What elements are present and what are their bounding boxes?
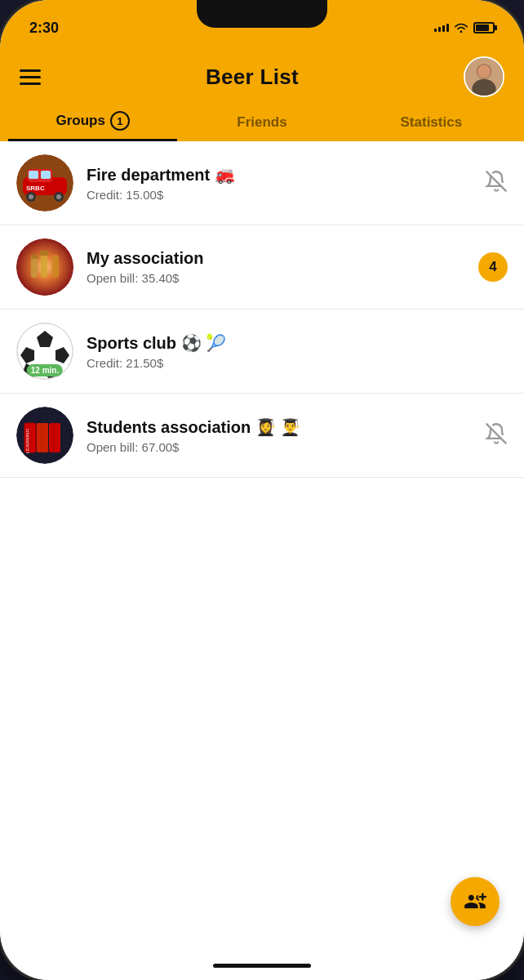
add-user-icon [464,890,486,913]
menu-button[interactable] [20,69,41,85]
add-group-fab[interactable] [451,877,500,926]
group-avatar-fire: SRBC [16,154,73,212]
svg-rect-11 [29,171,38,179]
group-credit-assoc: Open bill: 35.40$ [87,271,470,285]
svg-rect-18 [41,253,47,278]
signal-icon [434,24,449,32]
group-avatar-sports: 12 min. [16,323,73,380]
group-action-assoc[interactable]: 4 [478,252,508,282]
phone-frame: 2:30 [0,0,524,980]
svg-rect-21 [40,251,48,256]
home-bar [213,964,311,968]
group-info-fire: Fire department 🚒 Credit: 15.00$ [87,165,477,202]
group-info-assoc: My association Open bill: 35.40$ [87,249,470,285]
battery-icon [473,22,495,33]
group-credit-students: Open bill: 67.00$ [87,440,477,454]
page-title: Beer List [206,65,299,90]
group-credit-sports: Credit: 21.50$ [87,356,477,370]
svg-rect-17 [31,256,38,278]
group-credit-fire: Credit: 15.00$ [87,188,477,202]
svg-rect-20 [30,255,38,259]
group-info-students: Students association 👩‍🎓 👨‍🎓 Open bill: … [87,417,477,454]
status-time: 2:30 [29,20,59,37]
time-badge: 12 min. [27,364,63,376]
bell-muted-icon-2 [485,422,508,445]
group-avatar-assoc [16,238,73,296]
home-indicator [0,951,524,980]
group-info-sports: Sports club ⚽ 🎾 Credit: 21.50$ [87,333,477,370]
svg-point-8 [29,194,33,199]
tab-friends-label: Friends [237,114,286,131]
tab-statistics[interactable]: Statistics [347,101,516,141]
status-icons [434,22,495,33]
group-action-fire[interactable] [485,170,508,196]
group-name-fire: Fire department 🚒 [87,165,477,185]
wifi-icon [454,22,468,33]
tab-friends[interactable]: Friends [177,101,346,141]
notch [197,0,327,28]
content-area: SRBC Fire department 🚒 Credit: 15.00$ [0,141,524,951]
group-name-assoc: My association [87,249,470,268]
svg-point-3 [477,65,491,78]
svg-text:SRBC: SRBC [26,185,45,192]
avatar-image [465,58,503,96]
svg-rect-33 [37,423,48,452]
list-item[interactable]: My association Open bill: 35.40$ 4 [0,225,524,310]
group-name-students: Students association 👩‍🎓 👨‍🎓 [87,417,477,437]
notification-badge: 4 [478,252,508,282]
list-item[interactable]: 12 min. Sports club ⚽ 🎾 Credit: 21.50$ [0,310,524,394]
group-name-sports: Sports club ⚽ 🎾 [87,333,477,353]
tab-groups-label: Groups [56,113,104,129]
tab-groups[interactable]: Groups 1 [8,101,177,141]
group-avatar-students: LEARNING [16,407,73,464]
svg-rect-19 [52,255,59,278]
tab-statistics-label: Statistics [401,114,463,131]
group-action-students[interactable] [485,422,508,448]
bell-muted-icon [485,170,508,193]
user-avatar[interactable] [464,56,504,97]
groups-badge: 1 [110,111,130,131]
list-item[interactable]: LEARNING Students association 👩‍🎓 👨‍🎓 Op… [0,394,524,478]
svg-rect-12 [41,171,51,179]
svg-rect-34 [49,423,60,452]
phone-screen: 2:30 [0,0,524,980]
list-item[interactable]: SRBC Fire department 🚒 Credit: 15.00$ [0,141,524,225]
header: Beer List [0,44,524,101]
svg-point-10 [56,194,61,199]
tabs-bar: Groups 1 Friends Statistics [0,101,524,141]
